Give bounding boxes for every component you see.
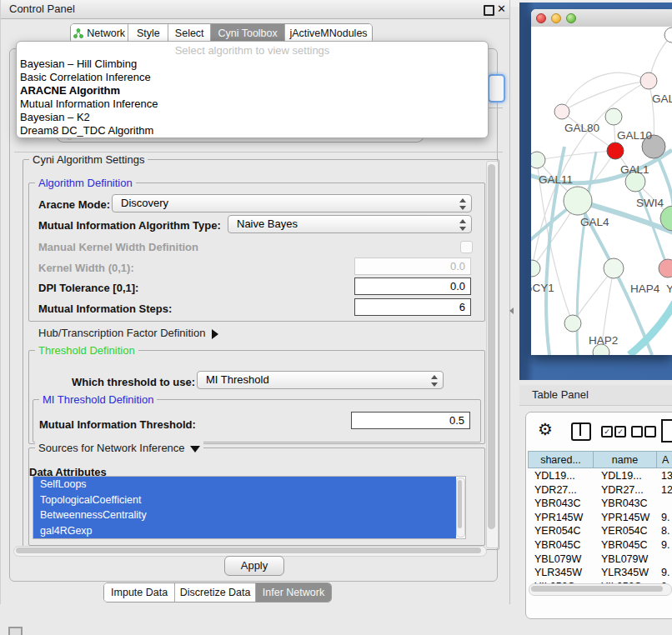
cell: 13 [661, 469, 672, 483]
tab-style-label: Style [137, 24, 160, 42]
node-label-gal-partial: GAL [652, 92, 672, 105]
dropdown-placeholder: Select algorithm to view settings [17, 44, 488, 57]
deselect-all-checkbox-icon[interactable] [631, 426, 643, 438]
node-hap4[interactable] [604, 258, 624, 278]
cell: 9. [661, 538, 669, 552]
column-header-partial[interactable]: A [656, 451, 672, 468]
node-label-gal1: GAL1 [620, 163, 649, 176]
sources-group-title[interactable]: Sources for Network Inference [35, 442, 203, 454]
collapsed-arrow-icon [212, 329, 218, 339]
docked-panel-icon[interactable] [8, 627, 23, 635]
dpi-tolerance-field[interactable]: 0.0 [354, 278, 471, 295]
hub-definition-toggle[interactable]: Hub/Transcription Factor Definition [38, 327, 218, 339]
tab-style[interactable]: Style [128, 24, 168, 42]
menu-item-bayesian-k2[interactable]: Bayesian – K2 [19, 111, 483, 124]
deselect-all-checkbox-icon2[interactable] [644, 426, 656, 438]
node-gcy1[interactable] [531, 260, 540, 277]
node-gal10[interactable] [605, 108, 622, 125]
attribute-item-betweennesscentrality[interactable]: BetweennessCentrality [33, 508, 456, 523]
aracne-mode-select[interactable]: Discovery [112, 194, 472, 212]
table-row[interactable]: YBR043CYBR043C [528, 497, 672, 511]
node-label-hap4: HAP4 [630, 282, 660, 295]
node-label-swi4: SWI4 [636, 197, 664, 209]
tab-select[interactable]: Select [168, 24, 211, 42]
tab-infer-network[interactable]: Infer Network [256, 583, 331, 602]
float-window-icon[interactable] [484, 5, 494, 16]
mi-threshold-field[interactable]: 0.5 [351, 412, 470, 429]
select-all-checkbox-icon2[interactable]: ✓ [614, 426, 626, 438]
tab-cyni-toolbox[interactable]: Cyni Toolbox [211, 24, 285, 42]
node-hap2[interactable] [564, 315, 581, 332]
minimize-traffic-light-icon[interactable] [551, 13, 561, 23]
table-row[interactable]: YBR045CYBR045C9. [528, 538, 672, 552]
network-icon [73, 28, 83, 38]
settings-scrollbar-thumb[interactable] [488, 164, 495, 529]
which-threshold-select[interactable]: MI Threshold [197, 371, 444, 389]
panel-splitter-arrow[interactable] [509, 308, 514, 314]
node-gal11[interactable] [531, 152, 545, 168]
table-row[interactable]: YLR345WYLR345W9. [528, 566, 672, 580]
tab-discretize-data[interactable]: Discretize Data [175, 583, 256, 602]
menu-item-dream8[interactable]: Dream8 DC_TDC Algorithm [19, 124, 483, 138]
menu-item-mutual-information[interactable]: Mutual Information Inference [19, 98, 483, 111]
node-salmon[interactable] [659, 259, 672, 278]
node-gal4[interactable] [564, 187, 592, 215]
network-canvas[interactable]: GAL80 GAL10 GAL11 GAL1 SWI4 GAL4 GCY1 HA… [531, 27, 672, 355]
node-unlabeled-pink[interactable] [554, 104, 569, 119]
node-selected-red[interactable] [607, 142, 624, 159]
cell: YBL079W [601, 552, 648, 567]
cell: 12 [661, 483, 672, 498]
attribute-scrollbar-thumb[interactable] [458, 480, 462, 528]
mi-type-select[interactable]: Naive Bayes [228, 215, 472, 233]
attribute-item-topologicalcoefficient[interactable]: TopologicalCoefficient [33, 492, 456, 508]
tab-impute-data[interactable]: Impute Data [104, 583, 175, 602]
tab-select-label: Select [175, 24, 204, 42]
table-row[interactable]: YPR145WYPR145W9. [528, 511, 672, 525]
close-traffic-light-icon[interactable] [536, 13, 546, 23]
mi-steps-field[interactable]: 6 [354, 298, 471, 316]
menu-item-aracne[interactable]: ARACNE Algorithm [19, 84, 483, 98]
node-label-gal10: GAL10 [617, 129, 652, 142]
table-row[interactable]: YBL079WYBL079W [528, 552, 672, 567]
table-scrollbar-thumb[interactable] [531, 586, 663, 592]
cell: YBR043C [534, 497, 581, 511]
cell: YPR145W [601, 511, 649, 525]
which-threshold-value: MI Threshold [206, 373, 269, 386]
application-root: Control Panel ✕ Network Style Select [0, 0, 672, 635]
node-gal-partial[interactable] [640, 72, 657, 89]
menu-item-basic-correlation[interactable]: Basic Correlation Inference [19, 71, 483, 84]
table-row[interactable]: YER054CYER054C8. [528, 524, 672, 538]
network-window-titlebar [531, 9, 672, 28]
cell: YDL19... [601, 469, 642, 483]
attribute-list-scrollbar[interactable] [456, 478, 465, 538]
apply-button[interactable]: Apply [224, 556, 284, 576]
cell: YDR27... [534, 483, 577, 498]
mi-steps-label: Mutual Information Steps: [38, 302, 172, 315]
zoom-traffic-light-icon[interactable] [566, 13, 576, 23]
select-all-checkbox-icon[interactable]: ✓ [601, 426, 613, 438]
column-chooser-icon[interactable] [571, 422, 591, 441]
cell: YER054C [601, 524, 648, 538]
tab-network[interactable]: Network [71, 24, 128, 42]
tab-jactivemnodules[interactable]: jActiveMNodules [285, 24, 372, 42]
table-row[interactable]: YDR27...YDR27...12 [528, 483, 672, 498]
gear-icon[interactable]: ⚙ [538, 419, 553, 439]
hidden-separator [14, 152, 503, 152]
export-table-icon[interactable] [661, 419, 672, 442]
cell: 8. [661, 524, 669, 538]
close-icon[interactable]: ✕ [497, 2, 506, 15]
kernel-width-field[interactable]: 0.0 [354, 258, 471, 275]
column-header-name[interactable]: name [593, 451, 657, 468]
table-row[interactable]: YDL19...YDL19...13 [528, 469, 672, 483]
table-horizontal-scrollbar[interactable] [529, 583, 672, 596]
manual-kernel-checkbox[interactable] [460, 241, 473, 253]
column-header-shared[interactable]: shared... [528, 451, 594, 468]
attribute-item-selfloops[interactable]: SelfLoops [33, 477, 456, 492]
cell: YBR045C [534, 538, 581, 552]
settings-vertical-scrollbar[interactable] [486, 161, 499, 548]
tab-infer-network-label: Infer Network [263, 583, 324, 602]
attribute-item-gal4rgexp[interactable]: gal4RGexp [33, 523, 456, 539]
node-unlabeled-top[interactable] [664, 28, 672, 42]
menu-item-bayesian-hill-climbing[interactable]: Bayesian – Hill Climbing [19, 58, 483, 71]
horizontal-scrollbar-thumb[interactable] [16, 548, 481, 553]
